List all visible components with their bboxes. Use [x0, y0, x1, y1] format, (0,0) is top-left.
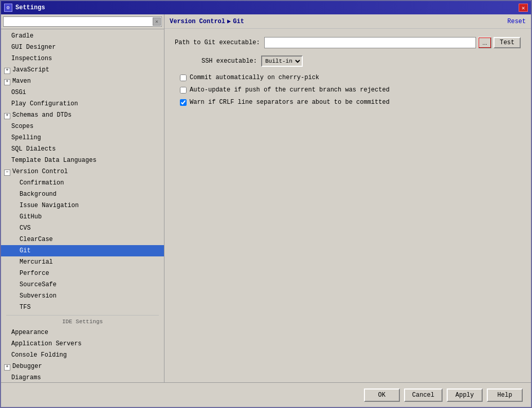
right-panel: Version Control ▶ Git Reset Path to Git … — [164, 14, 531, 382]
right-header: Version Control ▶ Git Reset — [164, 14, 531, 29]
search-clear-button[interactable]: ✕ — [153, 17, 161, 26]
checkbox-row: Auto-update if push of the current branc… — [175, 86, 521, 94]
left-panel: ✕ GradleGUI DesignerInspections+JavaScri… — [1, 14, 164, 382]
tree-item[interactable]: Perforce — [1, 268, 164, 279]
cancel-button[interactable]: Cancel — [404, 388, 443, 402]
tree-item[interactable]: +Debugger — [1, 361, 164, 372]
tree-item-label: SQL Dialects — [11, 145, 56, 153]
ok-button[interactable]: OK — [364, 388, 400, 402]
tree-item[interactable]: Application Servers — [1, 338, 164, 349]
search-input[interactable] — [3, 16, 162, 27]
tree-item[interactable]: Gradle — [1, 30, 164, 42]
ssh-select[interactable]: Built-in Native — [261, 55, 303, 67]
right-content: Path to Git executable: ... Test SSH exe… — [164, 29, 531, 382]
main-content: ✕ GradleGUI DesignerInspections+JavaScri… — [1, 14, 531, 382]
tree-item[interactable]: Issue Navigation — [1, 200, 164, 211]
checkbox-label-0[interactable]: Commit automatically on cherry-pick — [190, 74, 319, 81]
expand-icon: + — [4, 79, 10, 85]
tree-item[interactable]: Inspections — [1, 53, 164, 64]
settings-tree: GradleGUI DesignerInspections+JavaScript… — [1, 29, 164, 382]
tree-item-label: GUI Designer — [11, 44, 56, 51]
breadcrumb-arrow: ▶ — [227, 17, 231, 25]
checkbox-label-2[interactable]: Warn if CRLF line separators are about t… — [190, 99, 390, 106]
tree-item-label: Background — [20, 191, 57, 198]
path-input[interactable] — [264, 37, 476, 48]
tree-item[interactable]: +JavaScript — [1, 64, 164, 76]
search-bar: ✕ — [1, 14, 164, 29]
settings-window: ⚙ Settings ✕ ✕ GradleGUI DesignerInspect… — [0, 0, 532, 408]
tree-item-label: Appearance — [11, 329, 48, 336]
title-bar-left: ⚙ Settings — [4, 4, 45, 12]
tree-item-label: Inspections — [11, 55, 52, 62]
title-bar: ⚙ Settings ✕ — [1, 1, 531, 14]
tree-item-label: Version Control — [12, 168, 68, 175]
tree-item-label: Subversion — [20, 292, 57, 300]
expand-icon: + — [4, 113, 10, 119]
tree-item[interactable]: Template Data Languages — [1, 155, 164, 166]
tree-item-label: Perforce — [20, 270, 49, 277]
ssh-row: SSH executable: Built-in Native — [175, 55, 521, 67]
test-button[interactable]: Test — [493, 37, 521, 48]
help-button[interactable]: Help — [487, 388, 523, 402]
checkbox-2[interactable] — [180, 99, 187, 106]
tree-item[interactable]: ClearCase — [1, 234, 164, 245]
ssh-select-wrap: Built-in Native — [261, 55, 303, 67]
tree-item-label: GitHub — [20, 213, 42, 220]
tree-item[interactable]: +Maven — [1, 76, 164, 87]
search-wrapper: ✕ — [3, 16, 162, 27]
tree-item[interactable]: Confirmation — [1, 177, 164, 189]
tree-item-label: ClearCase — [20, 236, 53, 243]
tree-item-label: Issue Navigation — [20, 202, 79, 209]
tree-item-label: Play Configuration — [11, 100, 78, 107]
tree-item-label: Gradle — [11, 32, 33, 40]
tree-item[interactable]: SourceSafe — [1, 279, 164, 290]
tree-item[interactable]: +Schemas and DTDs — [1, 109, 164, 121]
checkboxes-container: Commit automatically on cherry-pickAuto-… — [175, 74, 521, 106]
tree-item-label: Scopes — [11, 123, 33, 130]
tree-item[interactable]: Console Folding — [1, 349, 164, 361]
path-label: Path to Git executable: — [175, 39, 260, 46]
tree-item[interactable]: −Version Control — [1, 166, 164, 177]
reset-link[interactable]: Reset — [507, 18, 526, 25]
checkbox-label-1[interactable]: Auto-update if push of the current branc… — [190, 86, 390, 94]
tree-item-label: Git — [20, 247, 31, 254]
tree-item[interactable]: Appearance — [1, 327, 164, 338]
tree-item[interactable]: Mercurial — [1, 256, 164, 268]
checkbox-row: Warn if CRLF line separators are about t… — [175, 99, 521, 106]
browse-button[interactable]: ... — [478, 37, 491, 48]
tree-item[interactable]: Spelling — [1, 132, 164, 143]
checkbox-row: Commit automatically on cherry-pick — [175, 74, 521, 81]
ide-settings-section: IDE Settings — [6, 315, 159, 326]
breadcrumb-part1: Version Control — [170, 18, 225, 25]
tree-item-label: Diagrams — [11, 374, 41, 381]
ssh-label: SSH executable: — [175, 58, 257, 65]
breadcrumb: Version Control ▶ Git — [170, 17, 244, 25]
tree-item[interactable]: GitHub — [1, 211, 164, 222]
tree-item[interactable]: CVS — [1, 222, 164, 234]
tree-item[interactable]: GUI Designer — [1, 42, 164, 53]
tree-item[interactable]: TFS — [1, 302, 164, 313]
tree-item[interactable]: SQL Dialects — [1, 143, 164, 155]
bottom-bar: OK Cancel Apply Help — [1, 382, 531, 407]
path-row: Path to Git executable: ... Test — [175, 37, 521, 48]
apply-button[interactable]: Apply — [447, 388, 483, 402]
tree-item-label: Debugger — [12, 363, 42, 370]
breadcrumb-part2: Git — [233, 18, 244, 25]
tree-item-label: Mercurial — [20, 258, 53, 266]
tree-item[interactable]: OSGi — [1, 87, 164, 98]
checkbox-1[interactable] — [180, 87, 187, 94]
checkbox-0[interactable] — [180, 75, 187, 81]
tree-item-label: JavaScript — [12, 66, 49, 73]
tree-item[interactable]: Scopes — [1, 121, 164, 132]
tree-item-label: Console Folding — [11, 351, 67, 359]
tree-item-label: Application Servers — [11, 340, 82, 347]
tree-items: GradleGUI DesignerInspections+JavaScript… — [1, 30, 164, 382]
close-button[interactable]: ✕ — [519, 4, 528, 12]
tree-item[interactable]: Play Configuration — [1, 98, 164, 109]
tree-item[interactable]: Diagrams — [1, 372, 164, 382]
tree-item-label: Template Data Languages — [11, 157, 97, 164]
window-title: Settings — [15, 4, 45, 11]
tree-item[interactable]: Background — [1, 189, 164, 200]
tree-item[interactable]: Subversion — [1, 290, 164, 302]
tree-item[interactable]: Git — [1, 245, 164, 256]
